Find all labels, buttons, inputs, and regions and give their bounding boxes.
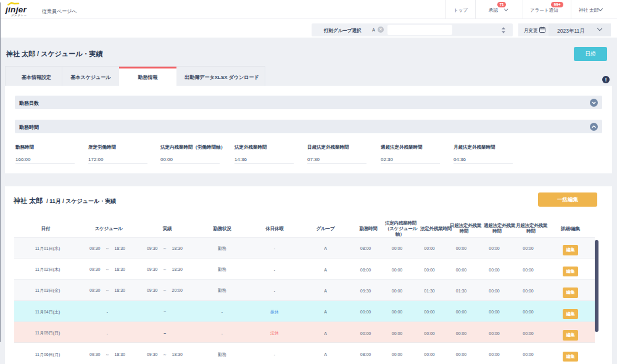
svg-text:jinjer: jinjer — [5, 5, 27, 14]
svg-text:ジンジャー: ジンジャー — [11, 14, 27, 17]
